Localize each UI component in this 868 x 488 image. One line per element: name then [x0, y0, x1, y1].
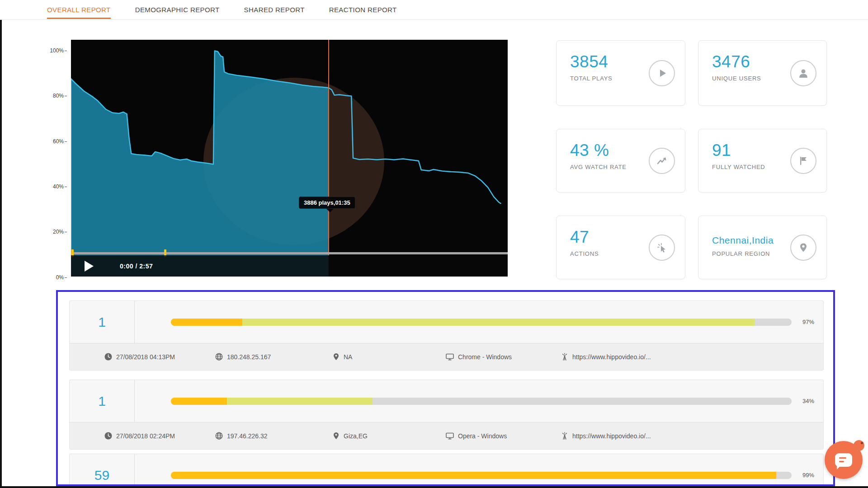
- detail-source-url[interactable]: https://www.hippovideo.io/...: [572, 432, 651, 440]
- detail-ip: 197.46.226.32: [227, 432, 268, 440]
- cursor-click-icon: [649, 235, 675, 261]
- card-actions: 47 ACTIONS: [556, 216, 685, 279]
- detail-browser: Chrome - Windows: [458, 353, 512, 361]
- stat-value: 3854: [570, 52, 608, 71]
- location-pin-icon: [333, 353, 340, 361]
- tab-shared-report[interactable]: SHARED REPORT: [244, 0, 305, 20]
- trend-up-icon: [649, 148, 675, 174]
- viewer-list-selection-box: 1 97% 27/08/2018 04:13PM 180.248.25.167 …: [56, 290, 835, 486]
- card-avg-watch-rate: 43 % AVG WATCH RATE: [556, 129, 685, 192]
- y-axis-tick: 80%: [40, 93, 67, 99]
- stat-label: ACTIONS: [570, 250, 599, 257]
- video-player[interactable]: 3886 plays,01:35 0:00 / 2:57: [71, 40, 508, 277]
- y-axis-tick: 40%: [40, 183, 67, 190]
- view-count-cell: 59: [70, 454, 135, 486]
- analytics-dashboard: OVERALL REPORT DEMOGRAPHIC REPORT SHARED…: [0, 0, 868, 488]
- broadcast-icon: [561, 432, 568, 440]
- detail-browser: Opera - Windows: [458, 432, 507, 440]
- chat-widget[interactable]: [825, 441, 863, 479]
- globe-icon: [215, 353, 223, 361]
- view-count-cell: 1: [70, 380, 135, 422]
- view-count-cell: 1: [70, 301, 135, 343]
- frame-left-edge: [0, 20, 2, 488]
- play-icon: [649, 60, 675, 86]
- detail-source-url[interactable]: https://www.hippovideo.io/...: [572, 353, 651, 361]
- detail-datetime: 27/08/2018 04:13PM: [116, 353, 175, 361]
- clock-icon: [104, 353, 112, 361]
- stat-value: 43 %: [570, 141, 609, 160]
- map-pin-icon: [790, 235, 816, 261]
- stat-label: POPULAR REGION: [712, 250, 770, 257]
- card-popular-region: Chennai,India POPULAR REGION: [698, 216, 827, 279]
- flag-icon: [790, 148, 816, 174]
- stat-label: FULLY WATCHED: [712, 164, 765, 170]
- stat-label: UNIQUE USERS: [712, 75, 761, 82]
- viewer-details: 27/08/2018 04:13PM 180.248.25.167 NA Chr…: [70, 343, 823, 370]
- watch-progress-bar: [171, 398, 792, 405]
- clock-icon: [104, 432, 112, 440]
- detail-location: NA: [344, 353, 352, 361]
- location-pin-icon: [333, 432, 340, 440]
- bar-segment-orange: [171, 472, 776, 479]
- watch-curve-svg: [71, 40, 508, 277]
- chat-notification-badge: [854, 440, 864, 451]
- bar-segment-lime: [227, 398, 373, 405]
- watch-progress-bar: [171, 319, 792, 326]
- y-axis-tick: 60%: [40, 138, 67, 145]
- plays-tooltip: 3886 plays,01:35: [299, 197, 355, 209]
- watch-progress-bar: [171, 472, 792, 479]
- report-tabbar: OVERALL REPORT DEMOGRAPHIC REPORT SHARED…: [0, 0, 868, 20]
- play-button-icon[interactable]: [85, 261, 94, 272]
- watch-area-fill: [71, 51, 329, 277]
- card-total-plays: 3854 TOTAL PLAYS: [556, 40, 685, 106]
- stat-value: 91: [712, 141, 731, 160]
- globe-icon: [215, 432, 223, 440]
- playhead-line[interactable]: [328, 40, 329, 255]
- video-controlbar: 0:00 / 2:57: [71, 255, 508, 277]
- detail-ip: 180.248.25.167: [227, 353, 271, 361]
- viewer-row[interactable]: 1 34% 27/08/2018 02:24PM 197.46.226.32 G…: [69, 380, 824, 450]
- view-count: 1: [98, 394, 106, 409]
- bar-segment-orange: [171, 398, 227, 405]
- detail-datetime: 27/08/2018 02:24PM: [116, 432, 175, 440]
- tab-overall-report[interactable]: OVERALL REPORT: [47, 0, 111, 20]
- y-axis-tick: 0%: [40, 274, 67, 281]
- frame-bottom-edge: [0, 486, 868, 488]
- watched-percent: 34%: [802, 398, 814, 404]
- card-fully-watched: 91 FULLY WATCHED: [698, 129, 827, 192]
- monitor-icon: [446, 432, 454, 440]
- stat-cards-grid: 3854 TOTAL PLAYS 3476 UNIQUE USERS 43 % …: [556, 40, 827, 279]
- user-icon: [790, 60, 816, 86]
- monitor-icon: [446, 353, 454, 361]
- detail-location: Giza,EG: [344, 432, 368, 440]
- stat-value: 3476: [712, 52, 750, 71]
- stat-value: 47: [570, 228, 589, 247]
- viewer-details: 27/08/2018 02:24PM 197.46.226.32 Giza,EG…: [70, 422, 823, 449]
- tab-demographic-report[interactable]: DEMOGRAPHIC REPORT: [135, 0, 220, 20]
- card-unique-users: 3476 UNIQUE USERS: [698, 40, 827, 106]
- y-axis-tick: 20%: [40, 229, 67, 235]
- tab-reaction-report[interactable]: REACTION REPORT: [329, 0, 397, 20]
- watched-percent: 99%: [802, 472, 814, 479]
- stat-value: Chennai,India: [712, 235, 774, 246]
- bar-segment-orange: [171, 319, 242, 326]
- video-time: 0:00 / 2:57: [120, 263, 153, 270]
- seek-bar[interactable]: [71, 252, 508, 254]
- view-count: 1: [98, 314, 106, 330]
- stat-label: AVG WATCH RATE: [570, 164, 627, 170]
- stat-label: TOTAL PLAYS: [570, 75, 613, 82]
- bar-segment-lime: [242, 319, 755, 326]
- viewer-row[interactable]: 59 99%: [69, 454, 824, 486]
- viewer-row[interactable]: 1 97% 27/08/2018 04:13PM 180.248.25.167 …: [69, 300, 824, 371]
- view-count: 59: [94, 468, 109, 483]
- watched-percent: 97%: [802, 319, 814, 325]
- y-axis-tick: 100%: [40, 47, 67, 54]
- broadcast-icon: [561, 353, 568, 361]
